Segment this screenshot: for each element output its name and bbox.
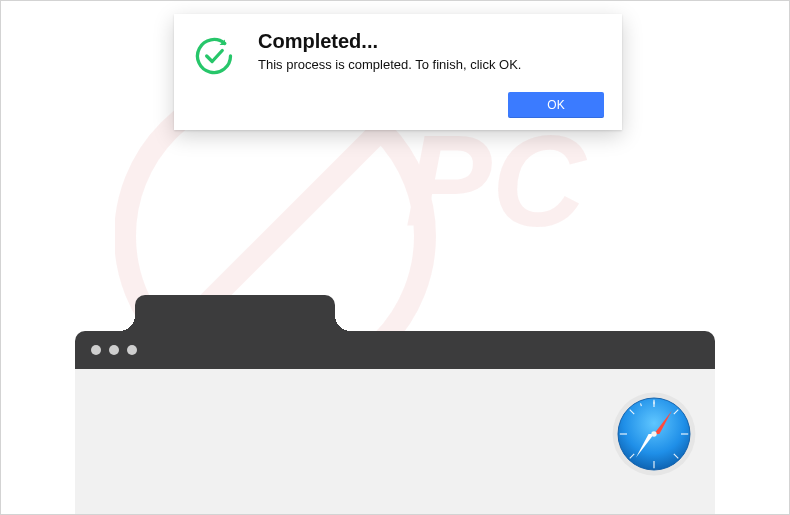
browser-window	[75, 295, 715, 515]
browser-body	[75, 369, 715, 515]
ok-button[interactable]: OK	[508, 92, 604, 118]
title-bar	[75, 331, 715, 369]
dialog-message: This process is completed. To finish, cl…	[258, 57, 521, 72]
svg-point-16	[651, 431, 656, 436]
traffic-light-close-icon[interactable]	[91, 345, 101, 355]
completed-dialog: Completed... This process is completed. …	[174, 14, 622, 130]
dialog-text: Completed... This process is completed. …	[258, 30, 521, 72]
traffic-light-minimize-icon[interactable]	[109, 345, 119, 355]
browser-tab	[135, 295, 335, 331]
check-circle-refresh-icon	[192, 34, 236, 78]
traffic-light-zoom-icon[interactable]	[127, 345, 137, 355]
dialog-title: Completed...	[258, 30, 521, 53]
dialog-actions: OK	[192, 92, 604, 118]
safari-icon	[609, 389, 699, 479]
